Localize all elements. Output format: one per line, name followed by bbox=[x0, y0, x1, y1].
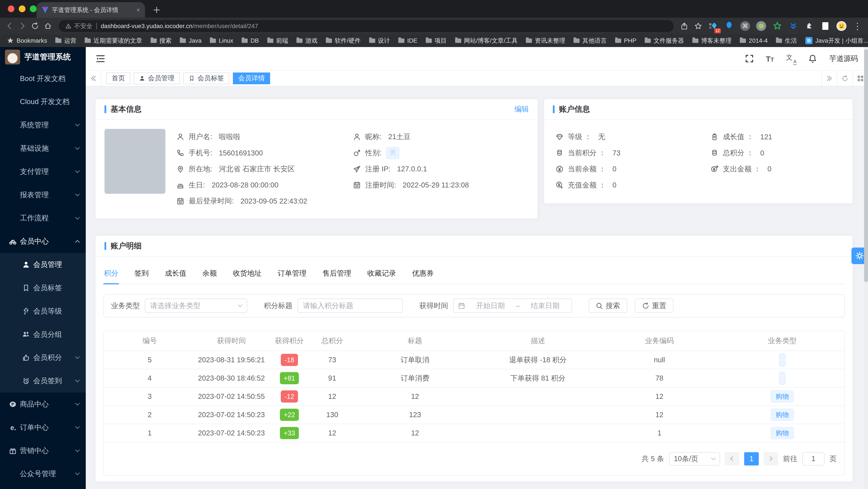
biz-type-select[interactable]: 请选择业务类型 bbox=[145, 299, 247, 313]
bell-icon[interactable] bbox=[808, 54, 817, 63]
browser-menu-icon[interactable]: ⋮ bbox=[852, 21, 863, 31]
sidebar-item-report[interactable]: 报表管理 bbox=[0, 183, 86, 207]
minimize-window-button[interactable] bbox=[19, 5, 26, 12]
edit-button[interactable]: 编辑 bbox=[514, 104, 529, 114]
bookmark-folder[interactable]: 文件服务器 bbox=[645, 37, 684, 45]
tab-coupons[interactable]: 优惠券 bbox=[411, 265, 434, 284]
collapse-sidebar-icon[interactable] bbox=[96, 54, 105, 63]
tags-refresh-button[interactable] bbox=[837, 71, 852, 86]
extension-command-icon[interactable]: ⌘ bbox=[740, 21, 750, 31]
bookmark-folder[interactable]: 生活 bbox=[776, 37, 797, 45]
sidebar-item-boot-docs[interactable]: Boot 开发文档 bbox=[0, 67, 86, 90]
reset-button[interactable]: 重置 bbox=[635, 299, 674, 313]
user-account[interactable]: 芋道源码 bbox=[829, 54, 858, 64]
prev-page-button[interactable] bbox=[725, 452, 739, 465]
back-icon[interactable] bbox=[5, 22, 14, 30]
app-logo[interactable]: 芋道管理系统 bbox=[0, 47, 86, 67]
sidebar-item-marketing-center[interactable]: 营销中心 bbox=[0, 439, 86, 462]
goto-page-input[interactable] bbox=[802, 452, 825, 465]
tab-growth[interactable]: 成长值 bbox=[164, 265, 187, 284]
end-date[interactable]: 结束日期 bbox=[523, 301, 567, 311]
scrollbar-thumb[interactable] bbox=[864, 49, 868, 282]
bookmark-java-dev[interactable]: BJava开发 | 小组首... bbox=[805, 37, 868, 45]
start-date[interactable]: 开始日期 bbox=[468, 301, 513, 311]
bookmark-folder[interactable]: 网站/博客/文章/工具 bbox=[455, 37, 518, 45]
forward-icon[interactable] bbox=[18, 22, 27, 30]
bookmark-folder[interactable]: 资讯未整理 bbox=[526, 37, 565, 45]
sidebar-item-product-center[interactable]: P 商品中心 bbox=[0, 393, 86, 416]
bookmark-folder[interactable]: PHP bbox=[615, 37, 637, 44]
share-icon[interactable] bbox=[680, 22, 688, 30]
extensions-puzzle-icon[interactable] bbox=[804, 21, 814, 31]
bookmark-star-icon[interactable] bbox=[694, 22, 702, 30]
tag-home[interactable]: 首页 bbox=[106, 72, 130, 84]
bookmark-folder[interactable]: DB bbox=[242, 37, 259, 44]
sidebar-item-cloud-docs[interactable]: Cloud 开发文档 bbox=[0, 90, 86, 114]
extension-dot-icon[interactable] bbox=[756, 21, 766, 31]
bookmark-folder[interactable]: 其他语言 bbox=[574, 37, 607, 45]
tab-orders[interactable]: 订单管理 bbox=[277, 265, 307, 284]
close-window-button[interactable] bbox=[8, 5, 14, 12]
sidebar-item-system[interactable]: 系统管理 bbox=[0, 114, 86, 137]
sidebar-item-payment[interactable]: 支付管理 bbox=[0, 160, 86, 183]
tab-points[interactable]: 积分 bbox=[103, 265, 119, 284]
bookmark-folder[interactable]: IDE bbox=[398, 37, 417, 44]
security-chip[interactable]: 不安全 bbox=[65, 22, 93, 30]
sidebar-item-member-tag[interactable]: 会员标签 bbox=[0, 276, 86, 300]
tab-balance[interactable]: 余额 bbox=[202, 265, 217, 284]
sidebar-item-member-group[interactable]: 会员分组 bbox=[0, 323, 86, 346]
sidebar-item-order-center[interactable]: e 订单中心 bbox=[0, 416, 86, 439]
new-tab-button[interactable] bbox=[153, 6, 161, 14]
font-size-icon[interactable]: TT bbox=[766, 54, 774, 64]
address-bar[interactable]: 不安全 dashboard-vue3.yudao.iocoder.cn/memb… bbox=[59, 20, 674, 32]
home-icon[interactable] bbox=[44, 22, 52, 30]
tags-scroll-left-button[interactable] bbox=[86, 71, 101, 86]
bookmark-folder[interactable]: 游戏 bbox=[297, 37, 317, 45]
bookmark-folder[interactable]: 项目 bbox=[426, 37, 447, 45]
extension-window-icon[interactable] bbox=[820, 21, 830, 31]
reload-icon[interactable] bbox=[31, 22, 39, 30]
tab-aftersale[interactable]: 售后管理 bbox=[322, 265, 352, 284]
sidebar-item-workflow[interactable]: 工作流程 bbox=[0, 207, 86, 230]
bookmarks-root[interactable]: Bookmarks bbox=[7, 37, 47, 44]
sidebar-item-official-account[interactable]: 公众号管理 bbox=[0, 462, 86, 486]
scrollbar-track[interactable] bbox=[864, 47, 868, 489]
tag-member-detail[interactable]: 会员详情 bbox=[233, 72, 270, 84]
fullscreen-icon[interactable] bbox=[745, 55, 753, 63]
date-range-picker[interactable]: 开始日期 – 结束日期 bbox=[453, 299, 572, 313]
zoom-window-button[interactable] bbox=[30, 5, 37, 12]
page-size-select[interactable]: 10条/页 bbox=[669, 452, 720, 465]
tab-favorites[interactable]: 收藏记录 bbox=[367, 265, 397, 284]
search-button[interactable]: 搜索 bbox=[589, 299, 627, 313]
close-tab-icon[interactable]: × bbox=[136, 6, 140, 13]
sidebar-item-member-center[interactable]: 会员中心 bbox=[0, 230, 86, 253]
bookmark-folder[interactable]: Java bbox=[180, 37, 202, 44]
bookmark-folder[interactable]: 前端 bbox=[267, 37, 288, 45]
extension-star-icon[interactable] bbox=[772, 21, 782, 31]
bookmark-folder[interactable]: 2014-4 bbox=[740, 37, 768, 44]
bookmark-folder[interactable]: 运营 bbox=[55, 37, 76, 45]
bookmark-folder[interactable]: 博客未整理 bbox=[692, 37, 732, 45]
sidebar-item-member-manage[interactable]: 会员管理 bbox=[0, 253, 86, 276]
extension-pinia-icon[interactable]: 12 bbox=[708, 21, 718, 31]
page-1-button[interactable]: 1 bbox=[744, 452, 758, 465]
sidebar-item-member-level[interactable]: 会员等级 bbox=[0, 300, 86, 323]
bookmark-folder[interactable]: 设计 bbox=[369, 37, 390, 45]
extension-balloon-icon[interactable] bbox=[724, 21, 734, 31]
tag-member-manage[interactable]: 会员管理 bbox=[134, 72, 180, 84]
sidebar-item-member-points[interactable]: 会员积分 bbox=[0, 346, 86, 369]
language-icon[interactable]: 文A bbox=[786, 54, 796, 63]
tags-scroll-right-button[interactable] bbox=[822, 71, 837, 86]
bookmark-folder[interactable]: 近期需要读的文章 bbox=[85, 37, 142, 45]
points-title-input[interactable]: 请输入积分标题 bbox=[298, 299, 403, 313]
browser-tab[interactable]: 芋道管理系统 - 会员详情 × bbox=[37, 2, 145, 18]
sidebar-item-member-signin[interactable]: 会员签到 bbox=[0, 369, 86, 393]
tag-member-tag[interactable]: 会员标签 bbox=[183, 72, 229, 84]
next-page-button[interactable] bbox=[764, 452, 778, 465]
bookmark-folder[interactable]: Linux bbox=[210, 37, 233, 44]
tab-address[interactable]: 收货地址 bbox=[232, 265, 262, 284]
tab-signin[interactable]: 签到 bbox=[134, 265, 149, 284]
bookmark-folder[interactable]: 搜索 bbox=[151, 37, 172, 45]
extension-chevrons-icon[interactable] bbox=[788, 21, 798, 31]
sidebar-item-infra[interactable]: 基础设施 bbox=[0, 137, 86, 160]
